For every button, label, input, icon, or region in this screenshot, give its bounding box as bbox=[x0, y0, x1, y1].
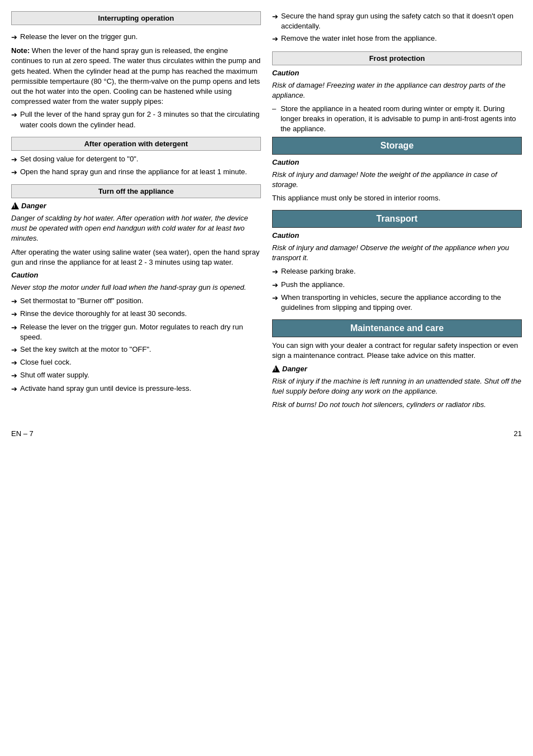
right-top-bullets: ➔ Secure the hand spray gun using the sa… bbox=[272, 11, 522, 45]
footer-right: 21 bbox=[514, 429, 522, 438]
interrupt-note: Note: When the lever of the hand spray g… bbox=[11, 46, 261, 107]
arrow-icon: ➔ bbox=[11, 168, 17, 178]
arrow-icon: ➔ bbox=[11, 155, 17, 165]
maintenance-danger-text1: Risk of injury if the machine is left ru… bbox=[272, 376, 522, 396]
turn-off-title: Turn off the appliance bbox=[11, 184, 261, 198]
list-item: ➔ Release parking brake. bbox=[272, 266, 522, 277]
arrow-icon: ➔ bbox=[272, 267, 278, 277]
transport-caution-text: Risk of injury and damage! Observe the w… bbox=[272, 243, 522, 263]
storage-para: This appliance must only be stored in in… bbox=[272, 193, 522, 203]
maintenance-para: You can sign with your dealer a contract… bbox=[272, 341, 522, 361]
list-item: ➔ When transporting in vehicles, secure … bbox=[272, 293, 522, 313]
interrupting-operation-title: Interrupting operation bbox=[11, 11, 261, 25]
list-item: ➔ Rinse the device thoroughly for at lea… bbox=[11, 309, 261, 319]
after-op-bullet2: ➔ Open the hand spray gun and rinse the … bbox=[11, 167, 261, 178]
right-column: ➔ Secure the hand spray gun using the sa… bbox=[272, 11, 522, 413]
storage-title: Storage bbox=[272, 137, 522, 155]
storage-caution-label: Caution bbox=[272, 158, 522, 166]
frost-caution-text: Risk of damage! Freezing water in the ap… bbox=[272, 80, 522, 101]
list-item: ➔ Secure the hand spray gun using the sa… bbox=[272, 11, 522, 31]
arrow-icon: ➔ bbox=[272, 293, 278, 303]
frost-protection-title: Frost protection bbox=[272, 51, 522, 65]
storage-caution-text: Risk of injury and damage! Note the weig… bbox=[272, 170, 522, 190]
interrupt-bullet2: ➔ Pull the lever of the hand spray gun f… bbox=[11, 109, 261, 130]
danger-text: Danger of scalding by hot water. After o… bbox=[11, 213, 261, 244]
page-footer: EN – 7 21 bbox=[11, 429, 522, 438]
arrow-icon: ➔ bbox=[272, 280, 278, 290]
frost-dash-item: – Store the appliance in a heated room d… bbox=[272, 104, 522, 135]
list-item: ➔ Push the appliance. bbox=[272, 280, 522, 290]
footer-left: EN – 7 bbox=[11, 429, 34, 438]
frost-caution-label: Caution bbox=[272, 69, 522, 77]
arrow-icon: ➔ bbox=[272, 34, 278, 44]
after-operation-title: After operation with detergent bbox=[11, 137, 261, 151]
maintenance-title: Maintenance and care bbox=[272, 319, 522, 337]
maintenance-danger-label: Danger bbox=[272, 365, 522, 373]
arrow-icon: ➔ bbox=[272, 12, 278, 22]
arrow-icon: ➔ bbox=[11, 32, 17, 42]
arrow-icon: ➔ bbox=[11, 323, 17, 333]
arrow-icon: ➔ bbox=[11, 345, 17, 355]
maintenance-danger-text2: Risk of burns! Do not touch hot silencer… bbox=[272, 400, 522, 410]
dash-icon: – bbox=[272, 104, 276, 114]
list-item: ➔ Release the lever on the trigger gun. … bbox=[11, 322, 261, 342]
transport-caution-label: Caution bbox=[272, 231, 522, 240]
list-item: ➔ Close fuel cock. bbox=[11, 357, 261, 368]
danger-triangle-icon bbox=[11, 202, 19, 209]
list-item: ➔ Remove the water inlet hose from the a… bbox=[272, 34, 522, 44]
arrow-icon: ➔ bbox=[11, 309, 17, 319]
page: Interrupting operation ➔ Release the lev… bbox=[11, 11, 522, 413]
interrupt-bullet1: ➔ Release the lever on the trigger gun. bbox=[11, 32, 261, 42]
saline-water-para: After operating the water using saline w… bbox=[11, 247, 261, 267]
danger-label: Danger bbox=[11, 202, 261, 210]
arrow-icon: ➔ bbox=[11, 358, 17, 368]
arrow-icon: ➔ bbox=[11, 296, 17, 307]
list-item: ➔ Activate hand spray gun until device i… bbox=[11, 384, 261, 394]
transport-title: Transport bbox=[272, 210, 522, 228]
left-column: Interrupting operation ➔ Release the lev… bbox=[11, 11, 261, 413]
list-item: ➔ Set thermostat to "Burner off" positio… bbox=[11, 296, 261, 307]
arrow-icon: ➔ bbox=[11, 371, 17, 381]
danger-triangle-icon bbox=[272, 365, 280, 372]
list-item: ➔ Set the key switch at the motor to "OF… bbox=[11, 344, 261, 355]
arrow-icon: ➔ bbox=[11, 384, 17, 394]
after-op-bullet1: ➔ Set dosing value for detergent to "0". bbox=[11, 154, 261, 165]
caution-label: Caution bbox=[11, 271, 261, 279]
caution-text: Never stop the motor under full load whe… bbox=[11, 283, 261, 293]
transport-bullets: ➔ Release parking brake. ➔ Push the appl… bbox=[272, 266, 522, 313]
turn-off-bullets: ➔ Set thermostat to "Burner off" positio… bbox=[11, 296, 261, 394]
list-item: ➔ Shut off water supply. bbox=[11, 370, 261, 381]
arrow-icon: ➔ bbox=[11, 110, 17, 120]
